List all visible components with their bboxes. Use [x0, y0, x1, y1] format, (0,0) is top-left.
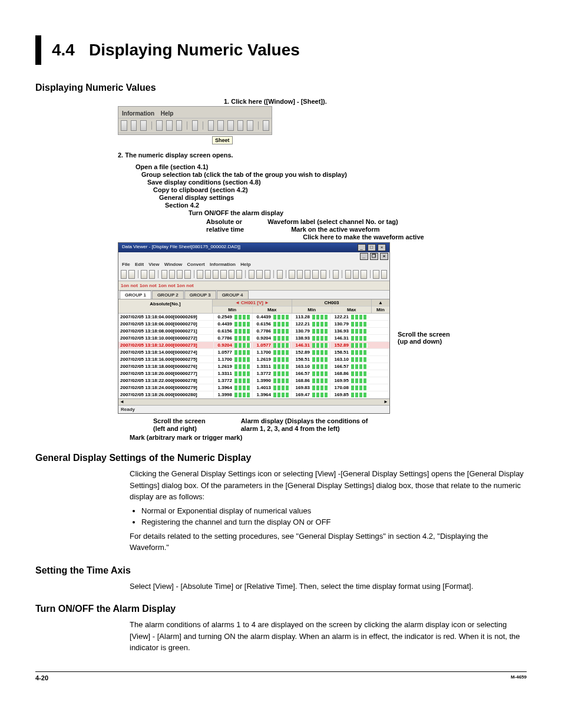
callout-abs-rel-time-2: relative time [206, 226, 244, 233]
chapter-bar [35, 35, 41, 65]
toolbar-icon[interactable] [166, 120, 173, 131]
menu-view[interactable]: View [148, 262, 159, 267]
menu-help[interactable]: Help [161, 110, 174, 117]
table-row[interactable]: 2007/02/05 13:18:12.000[00000273]0.92041… [118, 342, 389, 349]
col-head-extra[interactable]: ▲ [372, 299, 389, 307]
section-heading-general: General Display Settings of the Numeric … [35, 453, 527, 463]
menu-convert[interactable]: Convert [187, 262, 205, 267]
scroll-right-icon[interactable]: ► [384, 399, 388, 405]
toolbar-icon[interactable] [237, 120, 244, 131]
help-icon[interactable] [381, 270, 387, 279]
mdi-restore-button[interactable]: ❐ [370, 253, 378, 260]
menu-edit[interactable]: Edit [135, 262, 144, 267]
print-icon[interactable] [373, 270, 379, 279]
tab-group1[interactable]: GROUP 1 [120, 291, 151, 299]
table-row[interactable]: 2007/02/05 13:18:04.000[00000269]0.25490… [118, 314, 389, 321]
toolbar-icon[interactable] [169, 270, 175, 279]
alarm-indicator: 1on not 1on not [158, 283, 194, 288]
toolbar-icon[interactable] [297, 270, 303, 279]
toolbar-icon[interactable] [177, 270, 183, 279]
toolbar-icon[interactable] [345, 270, 351, 279]
horizontal-scrollbar[interactable]: ◄ ► [118, 398, 389, 405]
table-row[interactable]: 2007/02/05 13:18:18.000[00000276]1.26191… [118, 363, 389, 370]
toolbar-icon[interactable] [236, 270, 242, 279]
menu-help[interactable]: Help [240, 262, 250, 267]
toolbar-icon[interactable] [353, 270, 359, 279]
toolbar [118, 118, 272, 133]
toolbar-icon[interactable] [156, 120, 163, 131]
menu-window[interactable]: Window [164, 262, 183, 267]
menu-file[interactable]: File [122, 262, 130, 267]
table-row[interactable]: 2007/02/05 13:18:20.000[00000277]1.33111… [118, 370, 389, 377]
close-button[interactable]: × [378, 244, 386, 251]
table-row[interactable]: 2007/02/05 13:18:10.000[00000272]0.77860… [118, 335, 389, 342]
toolbar-icon[interactable] [208, 120, 214, 131]
cell-value: 0.9204 [252, 335, 291, 341]
window-title: Data Viewer - [Display File Sheet[080175… [122, 244, 240, 251]
toolbar-icon[interactable] [361, 270, 366, 279]
menu-information[interactable]: Information [210, 262, 236, 267]
cell-value: 1.1700 [252, 349, 291, 355]
alarm-indicator-icon [273, 393, 290, 397]
maximize-button[interactable]: □ [368, 244, 376, 251]
toolbar-icon[interactable] [131, 120, 137, 131]
toolbar-icon[interactable] [333, 270, 339, 279]
alarm-indicator-icon [273, 364, 290, 369]
toolbar-icon[interactable] [263, 120, 269, 131]
tab-group2[interactable]: GROUP 2 [152, 291, 184, 299]
table-row[interactable]: 2007/02/05 13:18:06.000[00000270]0.44390… [118, 321, 389, 328]
toolbar-icon[interactable] [192, 120, 199, 131]
settings-icon[interactable] [149, 270, 155, 279]
toolbar-icon[interactable] [213, 270, 219, 279]
menu-information[interactable]: Information [122, 110, 154, 117]
toolbar-icon[interactable] [205, 270, 211, 279]
toolbar-icon[interactable] [320, 270, 326, 279]
toolbar-icon[interactable] [265, 270, 270, 279]
toolbar-icon[interactable] [229, 270, 234, 279]
cell-value: 1.4013 [252, 384, 291, 391]
copy-icon[interactable] [141, 270, 147, 279]
mdi-close-button[interactable]: × [380, 253, 388, 260]
toolbar-icon[interactable] [140, 120, 147, 131]
toolbar-icon[interactable] [121, 120, 127, 131]
toolbar-icon[interactable] [277, 270, 283, 279]
table-row[interactable]: 2007/02/05 13:18:24.000[00000279]1.39641… [118, 384, 389, 391]
open-icon[interactable] [121, 270, 127, 279]
mdi-minimize-button[interactable]: _ [360, 253, 368, 260]
toolbar-icon[interactable] [247, 120, 253, 131]
col-head-ch001[interactable]: ◄ CH001 [V] ► [213, 299, 292, 307]
alarm-indicator-icon [273, 315, 290, 319]
toolbar-icon[interactable] [197, 270, 203, 279]
toolbar-icon[interactable] [289, 270, 295, 279]
toolbar-icon[interactable] [184, 270, 190, 279]
scroll-left-icon[interactable]: ◄ [120, 399, 124, 405]
callout-abs-rel-time: Absolute or [206, 218, 244, 225]
body-text: Clicking the General Display Settings ic… [130, 468, 527, 554]
toolbar-icon[interactable] [256, 270, 262, 279]
toolbar-icon[interactable] [249, 270, 254, 279]
toolbar-icon[interactable] [312, 270, 318, 279]
toolbar-icon[interactable] [227, 120, 234, 131]
cell-value: 166.57 [330, 363, 369, 370]
menubar: File Edit View Window Convert Informatio… [118, 261, 389, 268]
col-head-ch003[interactable]: CH003 [292, 299, 371, 307]
doc-number: M-4659 [511, 674, 527, 681]
sheet-icon[interactable] [217, 120, 224, 131]
callout-general-settings: General display settings [159, 194, 527, 201]
tab-group3[interactable]: GROUP 3 [184, 291, 216, 299]
toolbar-icon[interactable] [220, 270, 226, 279]
toolbar-icon[interactable] [176, 120, 183, 131]
alarm-indicator-icon [234, 336, 251, 341]
toolbar-icon[interactable] [305, 270, 310, 279]
table-row[interactable]: 2007/02/05 13:18:14.000[00000274]1.05771… [118, 349, 389, 356]
table-row[interactable]: 2007/02/05 13:18:22.000[00000278]1.37721… [118, 377, 389, 384]
table-row[interactable]: 2007/02/05 13:18:08.000[00000271]0.61560… [118, 328, 389, 335]
table-row[interactable]: 2007/02/05 13:18:26.000[00000280]1.39981… [118, 391, 389, 398]
alarm-indicator-icon [351, 350, 368, 355]
cell-extra [369, 345, 389, 346]
minimize-button[interactable]: _ [358, 244, 366, 251]
tab-group4[interactable]: GROUP 4 [217, 291, 249, 299]
table-row[interactable]: 2007/02/05 13:18:16.000[00000275]1.17001… [118, 356, 389, 363]
save-icon[interactable] [128, 270, 134, 279]
toolbar-icon[interactable] [161, 270, 167, 279]
